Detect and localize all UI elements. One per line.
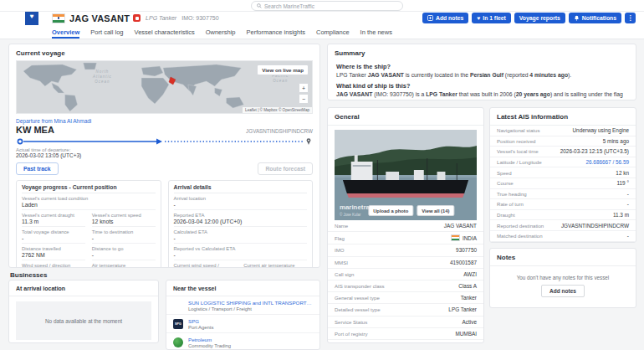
arrival-details-panel: Arrival details Arrival location-Reporte… [168, 180, 314, 268]
map-zoom-in-button[interactable]: + [299, 83, 309, 93]
upload-photo-button[interactable]: Upload a photo [368, 205, 413, 216]
summary-title: Summary [328, 44, 636, 60]
field-arrival-location: Arrival location- [174, 193, 308, 210]
tab-vessel-characteristics[interactable]: Vessel characteristics [135, 25, 195, 39]
row-call-sign: Call signAWZI [328, 269, 483, 281]
voyage-progress-panel-title: Voyage progress - Current position [22, 184, 156, 193]
notes-empty-state: You don't have any notes for this vessel… [490, 266, 636, 305]
business-category: Commodity Trading [188, 343, 231, 348]
value-reported-destination: JGVASNTINDSHIPINDCRW [561, 223, 629, 229]
at-arrival-title: At arrival location [9, 281, 158, 296]
summary-question-location: Where is the ship? [336, 63, 627, 70]
plus-square-icon [427, 15, 433, 21]
voyage-reports-button[interactable]: Voyage reports [514, 13, 565, 23]
business-item-petroleum: PetroleumCommodity Trading [166, 333, 319, 350]
in-fleet-button[interactable]: ♥ In 1 fleet [472, 13, 511, 23]
business-logo-icon [173, 337, 183, 347]
voyage-progress-panel: Voyage progress - Current position Vesse… [16, 180, 161, 268]
tab-ownership[interactable]: Ownership [206, 25, 236, 39]
value-name: JAG VASANT [444, 223, 477, 229]
row-reported-destination: Reported destinationJGVASNTINDSHIPINDCRW [490, 220, 636, 231]
text-segment: 20 years ago [516, 91, 550, 97]
current-voyage-title: Current voyage [9, 44, 319, 60]
tab-port-call-log[interactable]: Port call log [90, 25, 123, 39]
departure-point-icon [18, 139, 22, 143]
search-placeholder: Search MarineTraffic [264, 3, 314, 9]
reported-destination-code: JGVASNTINDSHIPINDCRW [246, 128, 313, 134]
marinetraffic-vessel-page: Search MarineTraffic ♥ JAG VASANT LPG Ta… [0, 0, 644, 350]
add-notes-button[interactable]: Add notes [422, 13, 468, 23]
row-detailed-vessel-type: Detailed vessel typeLPG Tanker [328, 304, 483, 316]
field-time-to-destination: Time to destination- [92, 227, 156, 244]
field-distance-travelled: Distance travelled2762 NM [22, 244, 85, 260]
value-vessel-s-local-time: 2026-03-23 12:15 (UTC+3.5) [560, 148, 629, 154]
row-flag: FlagINDIA [328, 232, 483, 244]
business-name-link[interactable]: SPG [188, 318, 213, 324]
view-all-photos-button[interactable]: View all (14) [417, 205, 454, 216]
search-input[interactable]: Search MarineTraffic [251, 1, 403, 11]
summary-card: Summary Where is the ship? LPG Tanker JA… [327, 44, 636, 100]
value-speed: 12 kn [616, 170, 629, 176]
text-segment: JAG VASANT [336, 91, 372, 97]
row-reported-eta: Reported ETA- [490, 242, 636, 243]
vessel-meta: LPG Tanker IMO: 9307750 [146, 15, 218, 21]
add-notes-secondary-button[interactable]: Add notes [541, 285, 585, 297]
row-position-received: Position received5 mins ago [490, 136, 636, 147]
notes-empty-text: You don't have any notes for this vessel [517, 275, 610, 281]
row-speed: Speed12 kn [490, 167, 636, 178]
notes-card: Notes You don't have any notes for this … [489, 248, 636, 308]
tab-overview[interactable]: Overview [52, 25, 79, 39]
row-ais-transponder-class: AIS transponder classClass A [328, 281, 483, 292]
text-segment: JAG VASANT [368, 72, 404, 78]
header-actions: Add notes ♥ In 1 fleet Voyage reports No… [422, 13, 636, 23]
more-options-button[interactable]: ⋮ [625, 13, 636, 23]
tab-performance-insights[interactable]: Performance insights [247, 25, 305, 39]
value-link-latitude-longitude[interactable]: 26.686667 / 56.59 [585, 159, 629, 165]
value-detailed-vessel-type: LPG Tanker [448, 306, 477, 312]
map-zoom-out-button[interactable]: − [299, 94, 309, 104]
value-rate-of-turn: - [627, 201, 629, 207]
text-segment: . Her carrying capacity is [358, 100, 422, 100]
general-table: NameJAG VASANTFlagINDIAIMO9307750MMSI419… [328, 220, 483, 343]
value-imo: 9307750 [456, 247, 477, 253]
value-year-built: 2006 [465, 342, 477, 343]
near-vessel-list: SUN LOGISTIC SHIPPING and INTL TRANSPORT… [166, 296, 319, 350]
svg-text:Atlantic: Atlantic [92, 75, 112, 79]
voyage-progress-bar [16, 137, 314, 146]
tab-in-the-news[interactable]: In the news [360, 25, 392, 39]
near-vessel-title: Near the vessel [166, 281, 319, 296]
field-current-air-temperature: Current air temperature- [243, 260, 307, 268]
photo-buttons: Upload a photo View all (14) [368, 205, 454, 216]
text-segment: that was built in 2006 ( [457, 91, 516, 97]
route-row: KW MEA JGVASNTINDSHIPINDCRW [16, 125, 313, 135]
business-logo-icon: SPG [173, 319, 183, 329]
business-name-link[interactable]: SUN LOGISTIC SHIPPING and INTL TRANSPORT… [188, 300, 313, 306]
map-attribution: Leaflet | © Mapbox © OpenStreetMap [243, 107, 312, 113]
past-track-button[interactable]: Past track [16, 162, 59, 175]
topbar: Search MarineTraffic [0, 0, 644, 12]
value-port-of-registry: MUMBAI [455, 331, 477, 337]
view-on-live-map-button[interactable]: View on live map [257, 64, 309, 75]
value-general-vessel-type: Tanker [461, 295, 477, 301]
field-reported-vs-calculated-eta: Reported vs Calculated ETA- [174, 244, 308, 260]
route-forecast-button[interactable]: Route forecast [258, 162, 313, 175]
business-name-link[interactable]: Petroleum [188, 337, 231, 342]
value-navigational-status: Underway using Engine [573, 127, 630, 133]
field-calculated-eta: Calculated ETA- [174, 227, 308, 244]
row-true-heading: True heading- [490, 189, 636, 200]
value-service-status: Active [463, 319, 477, 325]
departure-port-link[interactable]: Departure from Mina Al Ahmadi [16, 118, 313, 124]
vessel-imo: IMO: 9307750 [181, 15, 218, 21]
notifications-button[interactable]: Notifications [569, 13, 621, 23]
voyage-panels: Voyage progress - Current position Vesse… [16, 180, 313, 268]
field-total-voyage-distance: Total voyage distance- [22, 227, 85, 244]
tab-compliance[interactable]: Compliance [316, 25, 350, 39]
tabs: OverviewPort call logVessel characterist… [52, 25, 644, 39]
vessel-photo[interactable]: marinetraffic © Jose Kular Upload a phot… [335, 130, 477, 220]
notes-title: Notes [490, 249, 636, 266]
voyage-map[interactable]: North Atlantic Ocean North Pacific Ocean… [16, 60, 313, 114]
row-course: Course119 ° [490, 178, 636, 189]
search-icon [257, 3, 262, 8]
vessel-type-icon [133, 14, 141, 22]
voyage-buttons-row: Past track Route forecast [16, 162, 313, 175]
